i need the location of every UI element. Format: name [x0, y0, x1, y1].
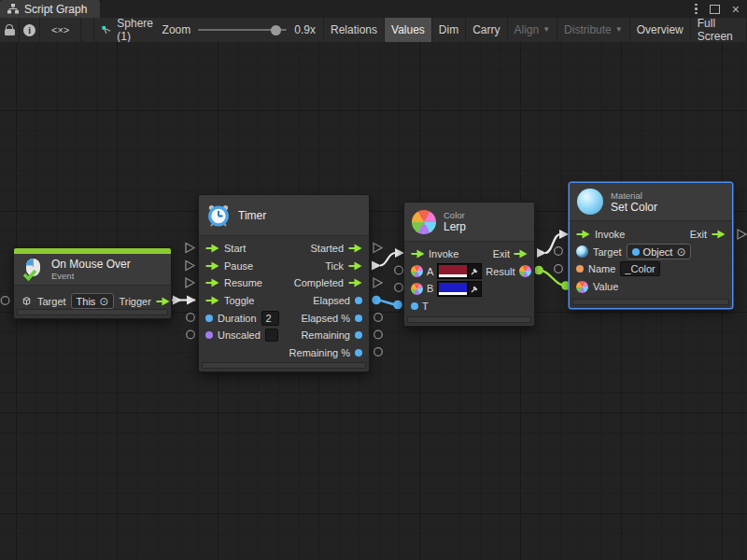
graph-canvas[interactable]: On Mouse Over Event Target This ⊙ Trigge… [0, 42, 747, 560]
object-picker-icon[interactable]: ⊙ [99, 296, 108, 307]
port-timer-duration[interactable] [187, 314, 195, 322]
port-timer-remaining-pct[interactable] [374, 348, 383, 357]
toolbar-spacer [81, 18, 94, 42]
cube-icon [21, 295, 33, 307]
flow-arrow-icon[interactable] [348, 244, 362, 253]
flow-arrow-icon[interactable] [205, 278, 219, 287]
unscaled-checkbox[interactable] [265, 329, 278, 342]
node-set-color[interactable]: Material Set Color Invoke Exit Target Ob… [569, 182, 733, 309]
port-label: Completed [294, 277, 344, 288]
flow-arrow-icon[interactable] [411, 249, 425, 259]
duration-input[interactable]: 2 [261, 311, 279, 326]
flow-arrow-icon[interactable] [348, 278, 362, 287]
port-setcolor-exit[interactable] [738, 230, 746, 239]
node-color-lerp[interactable]: Color Lerp Invoke Exit A [403, 202, 535, 327]
info-button[interactable]: i [20, 18, 40, 42]
value-port-icon[interactable] [355, 349, 362, 357]
lock-button[interactable] [0, 18, 20, 42]
eyedropper-icon[interactable] [468, 264, 481, 278]
string-port-icon[interactable] [576, 265, 584, 273]
node-footer [572, 299, 729, 305]
port-lerp-a[interactable] [395, 266, 403, 274]
target-object-field[interactable]: Object ⊙ [627, 244, 692, 259]
wire-result-value[interactable] [534, 266, 571, 290]
port-label: Toggle [224, 295, 254, 306]
port-timer-start[interactable] [186, 244, 194, 253]
code-view-button[interactable]: <×> [40, 18, 81, 42]
port-timer-remaining[interactable] [374, 330, 383, 339]
port-timer-resume[interactable] [186, 278, 194, 287]
eyedropper-icon[interactable] [468, 282, 481, 296]
object-picker-icon[interactable]: ⊙ [676, 246, 685, 258]
node-header[interactable]: Color Lerp [404, 203, 534, 242]
value-port-icon[interactable] [355, 315, 362, 322]
color-port-icon[interactable] [411, 265, 423, 277]
dim-button[interactable]: Dim [432, 18, 466, 42]
port-label: A [427, 266, 433, 277]
port-timer-started[interactable] [374, 244, 382, 253]
flow-arrow-icon[interactable] [514, 249, 528, 259]
node-on-mouse-over[interactable]: On Mouse Over Event Target This ⊙ Trigge… [13, 247, 172, 319]
value-port-icon[interactable] [205, 315, 213, 322]
node-timer[interactable]: Timer Start Started Pause Tick Resum [198, 194, 370, 372]
value-port-icon[interactable] [355, 331, 362, 339]
flow-arrow-icon[interactable] [205, 244, 219, 253]
port-setcolor-name[interactable] [555, 265, 563, 273]
zoom-slider-handle[interactable] [271, 25, 281, 35]
zoom-control: Zoom 0.9x [162, 23, 316, 36]
port-label: Target [593, 246, 622, 258]
name-input[interactable]: _Color [620, 261, 659, 276]
port-mouseover-target[interactable] [1, 297, 9, 305]
overview-button[interactable]: Overview [630, 18, 691, 42]
carry-button[interactable]: Carry [466, 18, 507, 42]
flow-arrow-icon[interactable] [156, 297, 170, 306]
distribute-button[interactable]: Distribute▼ [557, 18, 630, 42]
zoom-value: 0.9x [294, 23, 316, 36]
port-timer-elapsed-pct[interactable] [374, 314, 383, 322]
color-b-swatch[interactable] [437, 281, 482, 297]
wire-tick-invoke[interactable] [372, 248, 404, 271]
node-subtitle: Material [611, 190, 657, 201]
node-header[interactable]: Material Set Color [570, 183, 732, 221]
flow-arrow-icon[interactable] [205, 296, 219, 305]
fullscreen-button[interactable]: Full Screen [691, 18, 747, 42]
color-port-icon[interactable] [576, 281, 588, 293]
node-header[interactable]: Timer [199, 195, 369, 236]
flow-arrow-icon[interactable] [205, 261, 219, 271]
maximize-icon[interactable] [710, 5, 720, 14]
port-label: Elapsed % [301, 313, 350, 324]
node-header[interactable]: On Mouse Over Event [14, 254, 171, 286]
flow-arrow-icon[interactable] [348, 261, 362, 271]
align-button[interactable]: Align▼ [508, 18, 558, 42]
context-label[interactable]: Sphere (1) [117, 17, 156, 43]
mouse-event-icon [21, 258, 44, 282]
wire-exit-invoke[interactable] [537, 230, 569, 258]
port-timer-completed[interactable] [374, 278, 382, 287]
wire-elapsed-t[interactable] [372, 296, 402, 310]
wire-trigger-toggle[interactable] [172, 296, 196, 305]
bool-port-icon[interactable] [205, 331, 213, 339]
material-port-icon[interactable] [576, 245, 588, 258]
port-label: Invoke [429, 248, 458, 259]
tab-script-graph[interactable]: Script Graph [0, 0, 100, 18]
color-port-icon[interactable] [411, 283, 423, 295]
flow-arrow-icon[interactable] [712, 230, 726, 239]
port-timer-pause[interactable] [186, 261, 194, 271]
value-port-icon[interactable] [355, 297, 362, 304]
relations-button[interactable]: Relations [324, 18, 385, 42]
menu-icon[interactable] [695, 4, 698, 15]
port-timer-unscaled[interactable] [187, 330, 195, 339]
port-setcolor-target[interactable] [555, 247, 563, 256]
port-label: B [427, 283, 433, 294]
close-icon[interactable]: × [732, 3, 740, 16]
value-port-icon[interactable] [411, 302, 418, 310]
values-button[interactable]: Values [385, 18, 432, 42]
color-a-swatch[interactable] [437, 263, 482, 279]
zoom-slider[interactable] [198, 29, 287, 31]
flow-arrow-icon[interactable] [576, 230, 590, 239]
color-port-icon[interactable] [519, 265, 531, 277]
target-field[interactable]: This ⊙ [71, 293, 115, 309]
chevron-down-icon: ▼ [543, 26, 550, 34]
port-label: Remaining [301, 329, 350, 341]
port-lerp-b[interactable] [395, 284, 403, 292]
